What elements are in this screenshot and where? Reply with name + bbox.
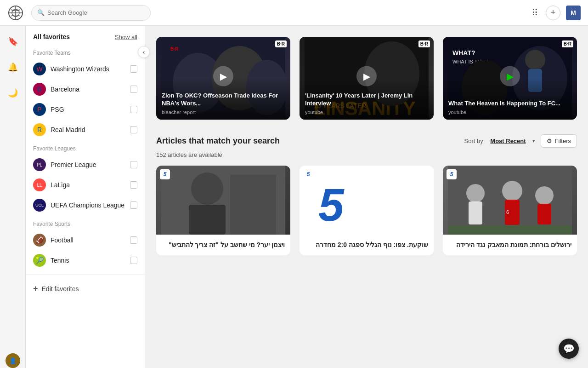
show-all-link[interactable]: Show all bbox=[115, 34, 137, 40]
chat-button[interactable]: 💬 bbox=[559, 339, 579, 359]
football-checkbox[interactable] bbox=[130, 236, 137, 244]
barcelona-checkbox[interactable] bbox=[130, 86, 137, 93]
video-source-2: youtube bbox=[305, 109, 428, 115]
svg-rect-28 bbox=[469, 201, 482, 224]
article-text-1: ויצמן יער? מי שחשב על "זה צריך להתביש" bbox=[162, 240, 285, 250]
search-bar[interactable]: 🔍 bbox=[31, 5, 151, 21]
filter-button[interactable]: ⚙ Filters bbox=[541, 134, 577, 148]
filter-label: Filters bbox=[555, 138, 571, 144]
play-button-2[interactable]: ▶ bbox=[356, 66, 377, 86]
psg-logo: P bbox=[33, 103, 46, 116]
article-card-2[interactable]: 5 5 שוקעת. צפו: נוף הגליל ספגה 2:0 מחדרה bbox=[300, 166, 434, 255]
article-card-1[interactable]: 5 ויצמן יער? מי שחשב על "זה צריך להתביש" bbox=[156, 166, 290, 255]
article-row: 5 ויצמן יער? מי שחשב על "זה צריך להתביש"… bbox=[156, 166, 577, 255]
article-source-badge-1: 5 bbox=[160, 169, 170, 179]
video-overlay-2: ▶ 'Linsanity' 10 Years Later | Jeremy Li… bbox=[300, 37, 434, 120]
play-button-1[interactable]: ▶ bbox=[213, 66, 233, 86]
articles-header: Articles that match your search Sort by:… bbox=[156, 134, 577, 148]
video-source-3: youtube bbox=[448, 109, 571, 115]
video-card-2[interactable]: LINSANITY 10 YEARS LATER ▶ 'Linsanity' 1… bbox=[300, 37, 434, 120]
sort-chevron-icon[interactable]: ▾ bbox=[532, 138, 535, 144]
sidebar-item-realmadrid[interactable]: R Real Madrid bbox=[26, 120, 145, 140]
realmadrid-name: Real Madrid bbox=[51, 126, 125, 133]
article-body-1: ויצמן יער? מי שחשב על "זה צריך להתביש" bbox=[156, 235, 290, 255]
premier-logo: PL bbox=[33, 158, 46, 171]
edit-favorites-label: Edit favorites bbox=[42, 285, 79, 293]
topbar: 🔍 ⠿ + M bbox=[0, 0, 588, 26]
tennis-checkbox[interactable] bbox=[130, 257, 137, 264]
video-overlay-1: ▶ Zion To OKC? Offseason Trade Ideas For… bbox=[156, 37, 290, 120]
chat-icon: 💬 bbox=[563, 343, 575, 354]
sort-label: Sort by: bbox=[464, 138, 485, 144]
app-logo[interactable] bbox=[7, 5, 24, 21]
video-card-3[interactable]: WHAT? WHAT IS THIS? ▶ What The Heaven Is… bbox=[443, 37, 577, 120]
article-thumb-2: 5 5 bbox=[300, 166, 434, 235]
sidebar-header: All favorites Show all bbox=[26, 26, 145, 44]
article-source-badge-2: 5 bbox=[303, 169, 313, 179]
articles-controls: Sort by: Most Recent ▾ ⚙ Filters bbox=[464, 134, 577, 148]
search-icon: 🔍 bbox=[37, 9, 45, 16]
play-button-3[interactable]: ▶ bbox=[500, 66, 520, 86]
sidebar-item-premier[interactable]: PL Premier League bbox=[26, 155, 145, 175]
football-name: Football bbox=[51, 236, 125, 244]
psg-checkbox[interactable] bbox=[130, 106, 137, 113]
add-button[interactable]: + bbox=[546, 6, 560, 20]
article-thumb-3: 6 5 bbox=[443, 166, 577, 235]
channel5-logo-2: 5 bbox=[307, 171, 310, 178]
svg-rect-33 bbox=[537, 204, 551, 224]
sidebar-item-barcelona[interactable]: B Barcelona bbox=[26, 79, 145, 99]
br-badge-2: B·R bbox=[418, 40, 430, 47]
laliga-logo: LL bbox=[33, 178, 46, 191]
video-title-3: What The Heaven Is Happening To FC... bbox=[448, 100, 571, 108]
article-card-3[interactable]: 6 5 ירושלים בורחת: תמונת המאבק נגד היריד… bbox=[443, 166, 577, 255]
sidebar-item-ucl[interactable]: UCL UEFA Champions League bbox=[26, 195, 145, 215]
wizards-checkbox[interactable] bbox=[130, 65, 137, 73]
article-body-2: שוקעת. צפו: נוף הגליל ספגה 2:0 מחדרה bbox=[300, 235, 434, 255]
barcelona-name: Barcelona bbox=[51, 86, 125, 93]
sports-section-label: Favorite Sports bbox=[26, 215, 145, 230]
edit-favorites[interactable]: + Edit favorites bbox=[26, 278, 145, 299]
leagues-section-label: Favorite Leagues bbox=[26, 140, 145, 155]
sort-value[interactable]: Most Recent bbox=[490, 138, 526, 144]
ucl-checkbox[interactable] bbox=[130, 201, 137, 209]
user-avatar[interactable]: 👤 bbox=[6, 353, 20, 368]
grid-icon[interactable]: ⠿ bbox=[531, 7, 538, 18]
svg-text:5: 5 bbox=[318, 179, 345, 230]
br-badge-1: B·R bbox=[275, 40, 287, 47]
svg-rect-34 bbox=[448, 225, 572, 235]
collapse-sidebar-button[interactable]: ‹ bbox=[138, 46, 150, 58]
sidebar-item-psg[interactable]: P PSG bbox=[26, 99, 145, 120]
laliga-name: LaLiga bbox=[51, 181, 125, 189]
video-card-1[interactable]: B·R ▶ Zion To OKC? Offseason Trade Ideas… bbox=[156, 37, 290, 120]
tennis-logo: 🎾 bbox=[33, 254, 46, 267]
video-title-1: Zion To OKC? Offseason Trade Ideas For N… bbox=[162, 92, 285, 108]
moon-icon[interactable]: 🌙 bbox=[5, 85, 21, 101]
realmadrid-checkbox[interactable] bbox=[130, 126, 137, 133]
bell-icon[interactable]: 🔔 bbox=[5, 59, 21, 75]
bookmark-icon[interactable]: 🔖 bbox=[5, 33, 21, 50]
main-content: B·R ▶ Zion To OKC? Offseason Trade Ideas… bbox=[145, 26, 588, 368]
laliga-checkbox[interactable] bbox=[130, 181, 137, 189]
premier-checkbox[interactable] bbox=[130, 161, 137, 168]
svg-rect-22 bbox=[189, 205, 226, 235]
articles-title: Articles that match your search bbox=[156, 136, 280, 146]
svg-point-27 bbox=[466, 184, 485, 202]
sidebar: All favorites Show all Favorite Teams W … bbox=[26, 26, 145, 368]
sidebar-item-laliga[interactable]: LL LaLiga bbox=[26, 175, 145, 195]
video-title-2: 'Linsanity' 10 Years Later | Jeremy Lin … bbox=[305, 92, 428, 108]
sidebar-item-football[interactable]: 🏈 Football bbox=[26, 230, 145, 250]
sidebar-item-tennis[interactable]: 🎾 Tennis bbox=[26, 250, 145, 270]
psg-name: PSG bbox=[51, 106, 125, 113]
premier-name: Premier League bbox=[51, 161, 125, 168]
left-nav: 🔖 🔔 🌙 👤 bbox=[0, 26, 26, 368]
search-input[interactable] bbox=[47, 9, 139, 16]
video-source-1: bleacher report bbox=[162, 109, 285, 115]
ucl-logo: UCL bbox=[33, 199, 46, 212]
football-logo: 🏈 bbox=[33, 234, 46, 247]
article-body-3: ירושלים בורחת: תמונת המאבק נגד הירידה bbox=[443, 235, 577, 255]
article-text-3: ירושלים בורחת: תמונת המאבק נגד הירידה bbox=[448, 240, 571, 250]
edit-plus-icon: + bbox=[33, 284, 38, 293]
video-overlay-3: ▶ What The Heaven Is Happening To FC... … bbox=[443, 37, 577, 120]
sidebar-item-wizards[interactable]: W Washington Wizards bbox=[26, 59, 145, 79]
avatar[interactable]: M bbox=[566, 6, 581, 20]
